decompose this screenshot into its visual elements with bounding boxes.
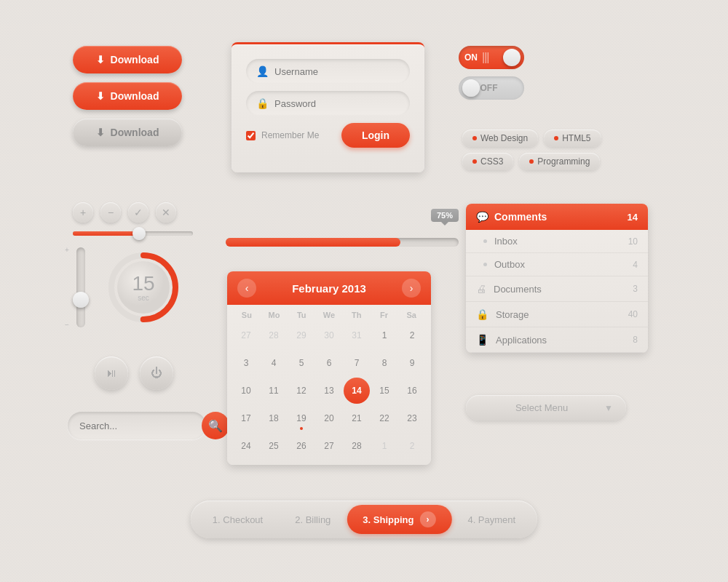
- calendar-day[interactable]: 31: [344, 322, 370, 348]
- control-icons-row: + − ✓ ✕: [73, 202, 193, 223]
- step-checkout[interactable]: 1. Checkout: [197, 508, 279, 532]
- tags-row-1: Web Design HTML5: [462, 129, 601, 147]
- power-button[interactable]: ⏻: [140, 356, 173, 390]
- sidebar-header-title: Comments: [494, 211, 628, 223]
- search-button[interactable]: 🔍: [202, 412, 229, 439]
- progress-label: 75%: [431, 209, 459, 222]
- documents-count: 3: [633, 284, 638, 294]
- download-icon-3: ⬇: [96, 127, 105, 138]
- calendar-day[interactable]: 28: [261, 322, 287, 348]
- calendar-day[interactable]: 25: [261, 433, 287, 459]
- sidebar-inbox-item[interactable]: Inbox 10: [466, 230, 648, 253]
- calendar-day[interactable]: 2: [399, 433, 425, 459]
- calendar-day[interactable]: 30: [316, 322, 342, 348]
- tag-web-design[interactable]: Web Design: [462, 129, 538, 147]
- check-icon[interactable]: ✓: [128, 202, 149, 223]
- calendar-day[interactable]: 17: [233, 405, 259, 431]
- step-billing[interactable]: 2. Billing: [279, 508, 347, 532]
- calendar-day[interactable]: 12: [288, 378, 314, 404]
- calendar-day[interactable]: 28: [344, 433, 370, 459]
- sidebar-applications-item[interactable]: 📱 Applications 8: [466, 327, 648, 353]
- toggle-off[interactable]: ||| OFF: [459, 76, 524, 100]
- download-button-3[interactable]: ⬇ Download: [73, 119, 182, 146]
- calendar-day[interactable]: 18: [261, 405, 287, 431]
- calendar-day[interactable]: 1: [371, 433, 397, 459]
- documents-label: Documents: [494, 284, 633, 295]
- close-icon[interactable]: ✕: [156, 202, 176, 223]
- play-pause-button[interactable]: ⏯: [95, 356, 128, 390]
- applications-label: Applications: [496, 335, 633, 346]
- step-shipping[interactable]: 3. Shipping ›: [347, 505, 451, 534]
- calendar-day[interactable]: 5: [288, 350, 314, 376]
- vertical-slider-wrapper: + −: [76, 247, 85, 327]
- progress-percent: 75%: [437, 211, 453, 220]
- toggle-on[interactable]: ON |||: [459, 46, 524, 69]
- calendar-day[interactable]: 7: [344, 350, 370, 376]
- minus-icon[interactable]: −: [100, 202, 121, 223]
- calendar-day[interactable]: 19: [288, 405, 314, 431]
- calendar-day[interactable]: 1: [371, 322, 397, 348]
- calendar-day[interactable]: 27: [233, 322, 259, 348]
- calendar-day[interactable]: 23: [399, 405, 425, 431]
- calendar-day[interactable]: 11: [261, 378, 287, 404]
- calendar-day[interactable]: 29: [288, 322, 314, 348]
- login-button[interactable]: Login: [341, 123, 410, 148]
- calendar-day[interactable]: 26: [288, 433, 314, 459]
- day-tu: Tu: [288, 311, 315, 319]
- sidebar-storage-item[interactable]: 🔒 Storage 40: [466, 302, 648, 327]
- download-label-3: Download: [111, 127, 159, 138]
- calendar-day[interactable]: 6: [316, 350, 342, 376]
- calendar-day[interactable]: 24: [233, 433, 259, 459]
- slider-track[interactable]: [73, 231, 193, 236]
- calendar-prev-button[interactable]: ‹: [237, 279, 256, 298]
- vertical-slider[interactable]: [76, 247, 85, 327]
- calendar-day[interactable]: 15: [371, 378, 397, 404]
- calendar-day[interactable]: 13: [316, 378, 342, 404]
- calendar-day[interactable]: 21: [344, 405, 370, 431]
- download-icon-1: ⬇: [96, 54, 105, 65]
- tag-css3[interactable]: CSS3: [462, 153, 513, 170]
- calendar-day[interactable]: 22: [371, 405, 397, 431]
- login-form: 👤 🔒 Remember Me Login: [232, 42, 424, 172]
- toggle-off-row: ||| OFF: [459, 76, 524, 100]
- calendar-day[interactable]: 27: [316, 433, 342, 459]
- calendar-day[interactable]: 9: [399, 350, 425, 376]
- remember-me-checkbox[interactable]: [246, 131, 256, 140]
- day-we: We: [315, 311, 343, 319]
- outbox-dot-icon: [483, 263, 487, 266]
- search-input[interactable]: [79, 420, 202, 431]
- vertical-thumb[interactable]: [73, 292, 89, 308]
- day-th: Th: [343, 311, 371, 319]
- calendar-day[interactable]: 8: [371, 350, 397, 376]
- timer-display: 15 sec: [132, 274, 154, 302]
- search-icon: 🔍: [208, 419, 223, 433]
- calendar-day[interactable]: 20: [316, 405, 342, 431]
- lock-icon: 🔒: [256, 97, 269, 109]
- download-button-2[interactable]: ⬇ Download: [73, 82, 182, 110]
- calendar-day[interactable]: 4: [261, 350, 287, 376]
- calendar-day[interactable]: 14: [344, 378, 370, 404]
- progress-fill: [226, 238, 400, 247]
- play-pause-icon: ⏯: [106, 367, 117, 380]
- select-menu-button[interactable]: Select Menu ▼: [466, 395, 626, 420]
- inbox-label: Inbox: [494, 236, 628, 247]
- tag-programming[interactable]: Programming: [519, 153, 600, 170]
- sidebar-outbox-item[interactable]: Outbox 4: [466, 253, 648, 276]
- calendar-title: February 2013: [292, 282, 366, 295]
- inbox-dot-icon: [483, 239, 487, 243]
- calendar-next-button[interactable]: ›: [402, 279, 421, 298]
- calendar-day[interactable]: 2: [399, 322, 425, 348]
- calendar-day[interactable]: 3: [233, 350, 259, 376]
- outbox-label: Outbox: [494, 259, 633, 270]
- download-button-1[interactable]: ⬇ Download: [73, 46, 182, 73]
- password-input[interactable]: [274, 98, 400, 109]
- step-payment[interactable]: 4. Payment: [451, 508, 531, 532]
- tag-html5[interactable]: HTML5: [544, 129, 601, 147]
- slider-thumb[interactable]: [132, 227, 146, 240]
- add-icon[interactable]: +: [73, 202, 93, 223]
- username-input[interactable]: [274, 66, 400, 77]
- calendar-day[interactable]: 10: [233, 378, 259, 404]
- buttons-section: ⬇ Download ⬇ Download ⬇ Download: [73, 46, 182, 155]
- sidebar-documents-item[interactable]: 🖨 Documents 3: [466, 276, 648, 302]
- calendar-day[interactable]: 16: [399, 378, 425, 404]
